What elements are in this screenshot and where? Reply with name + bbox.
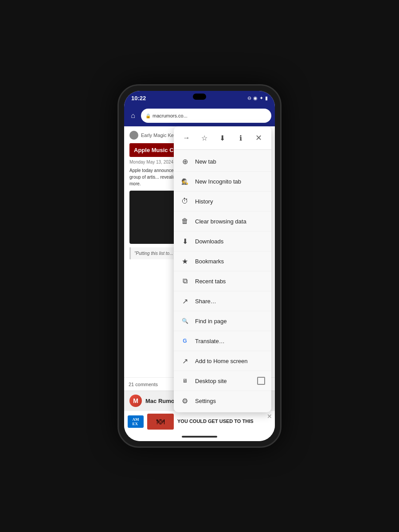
home-indicator-bar (182, 436, 217, 438)
status-time: 10:22 (131, 95, 146, 102)
desktop-icon: 🖥 (180, 376, 190, 386)
menu-item-translate[interactable]: G Translate… (174, 331, 271, 351)
share-icon: ↗ (180, 296, 190, 306)
desktop-label: Desktop site (195, 378, 252, 384)
menu-item-history[interactable]: ⏱ History (174, 192, 271, 211)
bookmarks-icon: ★ (180, 256, 190, 266)
secure-icon: 🔒 (145, 113, 151, 118)
home-button[interactable]: ⌂ (128, 112, 138, 120)
menu-item-share[interactable]: ↗ Share… (174, 291, 271, 311)
battery-icon: ▮ (265, 95, 268, 101)
phone-outer: 10:22 ⊖ ◉ ✦ ▮ ⌂ 🔒 macrumors.co... Early … (117, 84, 282, 448)
status-icons: ⊖ ◉ ✦ ▮ (247, 95, 268, 101)
status-bar: 10:22 ⊖ ◉ ✦ ▮ (124, 91, 275, 105)
info-icon[interactable]: ℹ (234, 131, 248, 145)
share-label: Share… (195, 298, 265, 305)
source-avatar (129, 131, 138, 140)
downloads-icon: ⬇ (180, 236, 190, 246)
clear-browsing-icon: 🗑 (180, 216, 190, 226)
menu-item-incognito[interactable]: 🕵 New Incognito tab (174, 172, 271, 192)
menu-item-downloads[interactable]: ⬇ Downloads (174, 231, 271, 251)
notch (193, 94, 206, 100)
menu-item-recent-tabs[interactable]: ⧉ Recent tabs (174, 271, 271, 291)
url-text: macrumors.co... (153, 113, 188, 118)
comments-count: 21 comments (129, 382, 158, 387)
status-icon-1: ⊖ (247, 95, 251, 101)
wifi-icon: ◉ (253, 95, 258, 101)
clear-browsing-label: Clear browsing data (195, 218, 265, 225)
history-label: History (195, 198, 265, 205)
close-menu-icon[interactable]: ✕ (252, 131, 266, 145)
dropdown-menu: → ☆ ⬇ ℹ ✕ ⊕ New tab 🕵 New Incognito tab (174, 126, 271, 412)
ad-close-button[interactable]: ✕ (267, 413, 272, 420)
ad-banner: ✕ AMEX 🍽 YOU COULD GET USED TO THIS (124, 411, 275, 432)
menu-item-find-in-page[interactable]: 🔍 Find in page (174, 311, 271, 331)
add-home-icon: ↗ (180, 356, 190, 366)
desktop-site-checkbox[interactable] (257, 377, 265, 385)
address-bar: ⌂ 🔒 macrumors.co... (124, 105, 275, 126)
translate-label: Translate… (195, 338, 265, 344)
new-tab-icon: ⊕ (180, 156, 190, 166)
download-icon[interactable]: ⬇ (215, 131, 230, 145)
dropdown-toolbar: → ☆ ⬇ ℹ ✕ (174, 126, 271, 150)
new-tab-label: New tab (195, 158, 265, 165)
phone-screen: 10:22 ⊖ ◉ ✦ ▮ ⌂ 🔒 macrumors.co... Early … (124, 91, 275, 441)
bookmarks-label: Bookmarks (195, 258, 265, 265)
find-label: Find in page (195, 318, 265, 325)
menu-item-settings[interactable]: ⚙ Settings (174, 391, 271, 411)
bookmark-star-icon[interactable]: ☆ (197, 131, 211, 145)
history-icon: ⏱ (180, 196, 190, 206)
url-bar[interactable]: 🔒 macrumors.co... (141, 109, 271, 123)
find-icon: 🔍 (180, 316, 190, 326)
add-home-label: Add to Home screen (195, 358, 265, 364)
menu-item-clear-browsing[interactable]: 🗑 Clear browsing data (174, 211, 271, 231)
home-indicator (124, 432, 275, 441)
downloads-label: Downloads (195, 238, 265, 245)
menu-item-add-home[interactable]: ↗ Add to Home screen (174, 351, 271, 371)
ad-text: YOU COULD GET USED TO THIS (177, 419, 254, 424)
ad-image: 🍽 (147, 414, 174, 430)
settings-label: Settings (195, 398, 265, 404)
menu-items: ⊕ New tab 🕵 New Incognito tab ⏱ History … (174, 150, 271, 412)
incognito-label: New Incognito tab (195, 178, 265, 185)
recent-tabs-label: Recent tabs (195, 278, 265, 285)
amex-logo: AMEX (128, 415, 144, 428)
translate-icon: G (180, 336, 190, 346)
menu-item-bookmarks[interactable]: ★ Bookmarks (174, 251, 271, 271)
menu-item-desktop-site[interactable]: 🖥 Desktop site (174, 371, 271, 391)
recent-tabs-icon: ⧉ (180, 276, 190, 286)
forward-icon[interactable]: → (179, 131, 193, 145)
settings-icon: ⚙ (180, 396, 190, 406)
signal-icon: ✦ (259, 95, 263, 101)
menu-item-new-tab[interactable]: ⊕ New tab (174, 152, 271, 172)
incognito-icon: 🕵 (180, 176, 190, 186)
follow-avatar: M (129, 395, 142, 407)
